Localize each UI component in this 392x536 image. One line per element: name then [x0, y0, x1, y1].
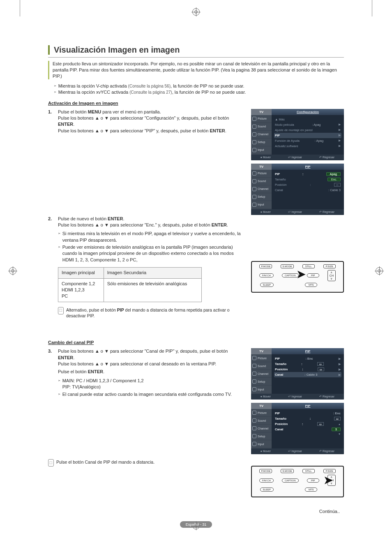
remote-button: P.SIZE — [323, 469, 336, 473]
registration-mark — [376, 267, 383, 275]
picture-icon — [252, 356, 256, 360]
remote-button: CAPTION — [282, 273, 299, 277]
remote-button: STILL — [302, 264, 315, 268]
remote-closeup: P.MODE S.MODE STILL P.SIZE FAV.CH CAPTIO… — [251, 261, 344, 293]
osd-tv-badge: TV — [251, 348, 272, 354]
setup-icon — [252, 195, 256, 199]
remote-button: MTS — [305, 487, 317, 492]
osd-screenshot-configuracion: TV Configuración Picture Sound Channel S… — [251, 109, 344, 160]
pip-compatibility-table: Imagen principalImagen Secundaria Compon… — [58, 267, 202, 302]
osd-side-nav: Picture Sound Channel Setup Input — [251, 170, 272, 209]
remote-button: S.MODE — [281, 469, 294, 473]
remote-button: CAPTION — [282, 478, 299, 483]
remote-icon: ⬚ — [58, 307, 64, 314]
remote-button: P.MODE — [259, 264, 272, 268]
sound-icon — [252, 364, 256, 368]
setup-icon — [252, 140, 256, 144]
osd-tv-badge: TV — [251, 164, 272, 170]
channel-icon — [252, 426, 256, 430]
arrow-icon: ➣ — [54, 90, 57, 95]
remote-button: STILL — [302, 469, 315, 473]
step-body: Pulse el botón MENU para ver el menú en … — [58, 109, 245, 134]
osd-title: Configuración — [272, 109, 344, 115]
intro-text: Este producto lleva un sintonizador inco… — [48, 61, 344, 79]
step-number: 2. — [48, 216, 54, 319]
section-heading: Activación de Imagen en imagen — [48, 101, 344, 106]
remote-button: FAV.CH — [259, 478, 274, 483]
top-notes: ➣ Mientras la opción V-chip activada (Co… — [54, 83, 344, 95]
section-heading: Cambio del canal PIP — [48, 340, 344, 345]
page-title: Visualización Imagen en imagen — [54, 45, 344, 55]
remote-button: MTS — [305, 283, 317, 287]
page-title-band: Visualización Imagen en imagen — [48, 45, 344, 55]
registration-mark — [9, 267, 16, 275]
arrow-icon: ➣ — [58, 231, 61, 243]
crop-mark — [372, 0, 372, 16]
input-icon — [252, 442, 256, 446]
arrow-icon: ➣ — [58, 391, 61, 397]
remote-ch-rocker: ∧CH∨ — [327, 475, 336, 486]
arrow-icon: ➣ — [54, 83, 57, 89]
remote-icon: ⬚ — [48, 459, 54, 467]
channel-icon — [252, 187, 256, 191]
step-body: Pulse los botones ▲ o ▼ para seleccionar… — [58, 348, 245, 398]
note-text: Mientras la opción V-chip activada (Cons… — [58, 83, 244, 89]
setup-icon — [252, 434, 256, 438]
osd-side-nav: Picture Sound Channel Setup Input — [251, 354, 272, 394]
arrow-icon: ➣ — [58, 244, 61, 263]
remote-button: P.MODE — [259, 469, 272, 473]
input-icon — [252, 203, 256, 207]
setup-icon — [252, 379, 256, 384]
remote-button: SLEEP — [260, 283, 274, 287]
sound-icon — [252, 179, 256, 183]
remote-button: P.SIZE — [323, 264, 336, 268]
note-text: Mientras la opción xvYCC activada (Consu… — [58, 90, 246, 95]
osd-screenshot-pip-canal: TV PIP Picture Sound Channel Setup Input… — [251, 348, 344, 400]
osd-side-nav: Picture Sound Channel Setup Input — [251, 115, 272, 155]
crop-mark — [20, 0, 20, 16]
registration-mark — [192, 8, 200, 16]
osd-side-nav: Picture Sound Channel Setup Input — [251, 409, 272, 448]
remote-ch-rocker: ∧CH∨ — [327, 270, 336, 281]
input-icon — [252, 148, 256, 152]
arrow-icon: ➣ — [58, 378, 61, 390]
remote-closeup: P.MODE S.MODE STILL P.SIZE FAV.CH CAPTIO… — [251, 466, 344, 497]
osd-screenshot-pip-apag: TV PIP Picture Sound Channel Setup Input… — [251, 164, 344, 215]
remote-button: FAV.CH — [259, 273, 274, 277]
remote-button: S.MODE — [281, 264, 294, 268]
osd-title: PIP — [272, 164, 344, 170]
sound-icon — [252, 125, 256, 129]
sound-icon — [252, 418, 256, 423]
channel-icon — [252, 132, 256, 136]
step-number: 3. — [48, 348, 54, 398]
remote-note-text: Pulse el botón Canal de PIP del mando a … — [56, 459, 154, 467]
title-rule — [48, 57, 344, 58]
picture-icon — [252, 117, 256, 121]
channel-icon — [252, 372, 256, 376]
remote-button-pip: PIP — [307, 478, 319, 483]
osd-tv-badge: TV — [251, 109, 272, 115]
continues-label: Continúa.. — [48, 509, 344, 514]
step-body: Pulse de nuevo el botón ENTER. Pulse los… — [58, 216, 245, 319]
picture-icon — [252, 171, 256, 176]
input-icon — [252, 387, 256, 391]
remote-button-pip: PIP — [307, 273, 319, 277]
osd-tv-badge: TV — [251, 403, 272, 409]
osd-title: PIP — [272, 403, 344, 409]
remote-button: SLEEP — [260, 487, 274, 492]
osd-screenshot-pip-canal-edit: TV PIP Picture Sound Channel Setup Input… — [251, 403, 344, 454]
osd-title: PIP — [272, 348, 344, 354]
picture-icon — [252, 411, 256, 415]
step-number: 1. — [48, 109, 54, 134]
